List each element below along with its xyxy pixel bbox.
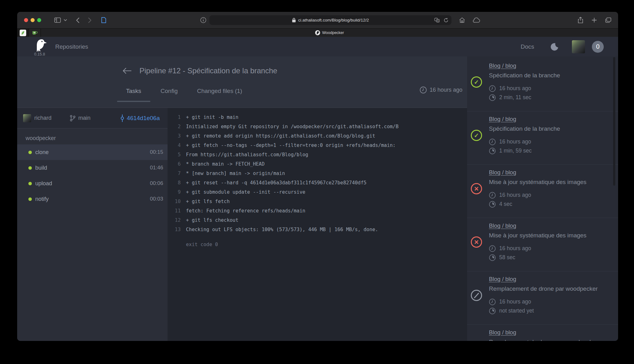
- commit-message: Remplacement de drone par woodpecker: [489, 339, 607, 341]
- zoom-window-button[interactable]: [37, 18, 41, 22]
- commit-message: Spécification de la branche: [489, 72, 607, 79]
- sidebar-toggle-icon[interactable]: [54, 17, 61, 23]
- repo-link[interactable]: Blog / blog: [489, 222, 516, 229]
- step-row[interactable]: upload 00:06: [17, 176, 168, 191]
- share-icon[interactable]: [578, 17, 583, 23]
- step-duration: 00:03: [150, 196, 163, 202]
- commit-message: Remplacement de drone par woodpecker: [489, 285, 607, 292]
- address-bar[interactable]: ci.athaliasoft.com/Blog/blog/build/12/2 …: [209, 15, 451, 25]
- repo-link[interactable]: Blog / blog: [489, 116, 516, 123]
- tab-woodpecker[interactable]: Woodpecker: [41, 29, 618, 37]
- info-icon[interactable]: [200, 17, 206, 23]
- line-number: 8: [168, 178, 181, 187]
- step-row[interactable]: notify 00:03: [17, 191, 168, 207]
- step-duration: 00:06: [150, 180, 163, 187]
- build-entry[interactable]: Blog / blog Mise à jour systématique des…: [467, 218, 618, 271]
- cloud-icon[interactable]: [473, 17, 480, 23]
- console-line: 1 + git init -b main: [168, 113, 467, 122]
- repo-link[interactable]: Blog / blog: [489, 62, 516, 69]
- repo-link[interactable]: Blog / blog: [489, 169, 516, 176]
- close-window-button[interactable]: [24, 18, 28, 22]
- nav-docs[interactable]: Docs: [521, 43, 534, 50]
- nav-repositories[interactable]: Repositories: [55, 43, 88, 50]
- workflow-name: woodpecker: [17, 129, 168, 144]
- console-line: 3 + git remote add origin https://git.at…: [168, 131, 467, 141]
- exit-code: exit code 0: [186, 240, 467, 249]
- step-status-dot-icon: [28, 151, 32, 154]
- new-tab-icon[interactable]: [592, 17, 597, 23]
- lock-icon: [292, 18, 296, 22]
- build-entry[interactable]: Blog / blog Mise à jour systématique des…: [467, 165, 618, 218]
- pipeline-tab[interactable]: Changed files (1): [188, 85, 252, 104]
- step-duration: 00:15: [150, 149, 163, 155]
- console-line: 4 + git fetch --no-tags --depth=1 --filt…: [168, 141, 467, 150]
- console-line: 7 * [new branch] main -> origin/main: [168, 169, 467, 178]
- commit-link[interactable]: 4614d1e06a: [120, 114, 160, 122]
- build-duration: 58 sec: [499, 254, 515, 261]
- build-time-ago: 16 hours ago: [499, 245, 531, 252]
- build-entry[interactable]: Blog / blog Remplacement de drone par wo…: [467, 271, 618, 325]
- pipeline-time-label: 16 hours ago: [430, 87, 462, 93]
- clock-icon: [489, 138, 496, 145]
- scrollbar-thumb[interactable]: [613, 57, 615, 186]
- forward-button[interactable]: [88, 17, 91, 23]
- notification-badge[interactable]: 0: [592, 41, 604, 53]
- step-status-dot-icon: [28, 166, 32, 170]
- reload-icon[interactable]: [444, 18, 448, 23]
- step-name: upload: [35, 180, 52, 187]
- console-line: 8 + git reset --hard -q 4614d1e06a3dabf3…: [168, 178, 467, 187]
- console-line: 10 + git lfs fetch: [168, 197, 467, 206]
- line-number: 2: [168, 122, 181, 131]
- build-status-icon: [471, 290, 482, 301]
- pipeline-tab[interactable]: Tasks: [116, 85, 151, 104]
- clock-icon: [489, 298, 496, 305]
- tab-bar: Woodpecker: [17, 28, 618, 37]
- page-icon[interactable]: [101, 17, 106, 23]
- line-number: 4: [168, 141, 181, 150]
- translate-icon[interactable]: A: [434, 18, 440, 22]
- dark-mode-toggle-icon[interactable]: [550, 42, 559, 51]
- clock-icon: [420, 86, 427, 94]
- step-status-dot-icon: [28, 197, 32, 201]
- repo-link[interactable]: Blog / blog: [489, 276, 516, 283]
- build-entry[interactable]: Blog / blog Spécification de la branche …: [467, 111, 618, 165]
- pinned-tab-cup[interactable]: [29, 29, 41, 37]
- console-line: 2 Initialized empty Git repository in /w…: [168, 122, 467, 131]
- step-status-dot-icon: [28, 182, 32, 185]
- line-text: Initialized empty Git repository in /woo…: [186, 122, 398, 131]
- line-text: + git submodule update --init --recursiv…: [186, 187, 305, 197]
- commit-message: Mise à jour systématique des images: [489, 232, 607, 239]
- back-button[interactable]: [76, 17, 80, 23]
- pinned-tab-leaf[interactable]: [17, 29, 29, 37]
- repo-link[interactable]: Blog / blog: [489, 329, 516, 336]
- pipeline-header: Pipeline #12 - Spécification de la branc…: [17, 56, 467, 108]
- minimize-window-button[interactable]: [31, 18, 35, 22]
- svg-text:A: A: [437, 20, 439, 22]
- commit-info-row: richard main: [17, 108, 168, 129]
- pipeline-tab[interactable]: Config: [151, 85, 188, 104]
- woodpecker-logo[interactable]: 0.15.8: [31, 37, 48, 56]
- user-avatar[interactable]: [572, 40, 585, 53]
- pipeline-tabs: Tasks Config Changed files (1): [116, 85, 252, 104]
- commit-message: Spécification de la branche: [489, 125, 607, 132]
- commit-icon: [120, 114, 124, 122]
- commit-message: Mise à jour systématique des images: [489, 179, 607, 186]
- author-avatar: [23, 114, 31, 122]
- step-row[interactable]: build 01:46: [17, 160, 168, 176]
- step-row[interactable]: clone 00:15: [17, 144, 168, 160]
- step-duration: 01:46: [150, 165, 163, 171]
- build-entry[interactable]: Blog / blog Remplacement de drone par wo…: [467, 325, 618, 341]
- build-status-icon: [471, 76, 482, 88]
- branch-name: main: [78, 115, 90, 121]
- line-text: + git fetch --no-tags --depth=1 --filter…: [186, 141, 396, 150]
- console-line: 13 Checking out LFS objects: 100% (573/5…: [168, 225, 467, 234]
- tab-overview-icon[interactable]: [605, 17, 611, 23]
- step-name: notify: [35, 196, 49, 202]
- build-entry[interactable]: Blog / blog Spécification de la branche …: [467, 58, 618, 111]
- pipeline-title: Pipeline #12 - Spécification de la branc…: [139, 66, 277, 75]
- back-arrow-icon[interactable]: [123, 67, 132, 74]
- home-icon[interactable]: [459, 17, 465, 23]
- console-output[interactable]: 1 + git init -b main 2 Initialized empty…: [168, 108, 467, 341]
- chevron-down-icon[interactable]: [64, 19, 67, 21]
- clock-icon: [489, 192, 496, 199]
